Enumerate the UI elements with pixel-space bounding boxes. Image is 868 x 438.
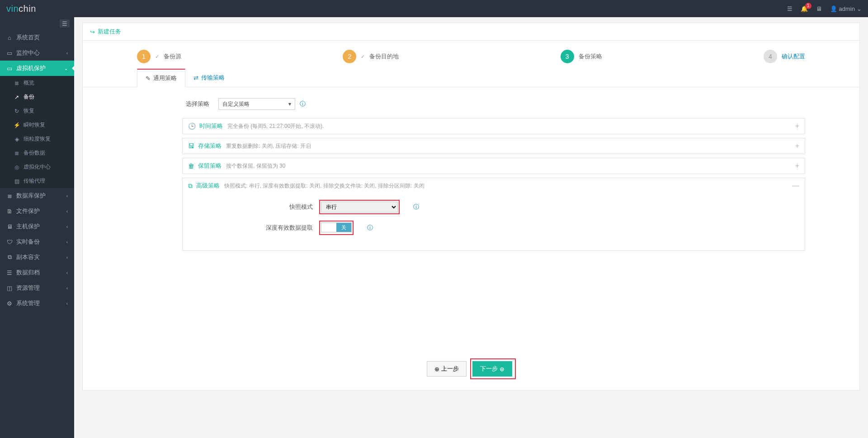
caret-down-icon: ▾ xyxy=(288,101,291,107)
sub-icon: ↻ xyxy=(14,108,20,114)
next-button[interactable]: 下一步⊕ xyxy=(472,361,512,377)
nav-label: 数据归档 xyxy=(16,268,40,277)
step-label: 备份源 xyxy=(164,52,181,61)
nav-icon: ☰ xyxy=(6,269,13,276)
sidebar-subitem-0[interactable]: ≣概览 xyxy=(0,76,74,90)
edit-icon: ✎ xyxy=(146,75,151,82)
chevron-icon: ‹ xyxy=(66,51,68,56)
sidebar-subitem-6[interactable]: ◎虚拟化中心 xyxy=(0,160,74,174)
deep-label: 深度有效数据提取 xyxy=(188,224,319,232)
info-icon[interactable]: ⓘ xyxy=(413,203,419,211)
logo-vin: vin xyxy=(6,4,19,14)
user-icon: 👤 xyxy=(830,5,837,12)
plus-icon: + xyxy=(795,162,799,170)
panel-header: ↪ 新建任务 xyxy=(83,23,859,41)
bell-icon[interactable]: 🔔1 xyxy=(801,5,808,12)
prev-label: 上一步 xyxy=(441,365,459,373)
nav-icon: ▭ xyxy=(6,50,13,57)
sub-icon: ≣ xyxy=(14,150,20,156)
step-label: 备份策略 xyxy=(579,52,602,61)
nav-icon: ◫ xyxy=(6,285,13,292)
monitor-icon[interactable]: 🖥 xyxy=(816,5,822,12)
chevron-icon: ‹ xyxy=(66,270,68,275)
tab-transport[interactable]: ⇄传输策略 xyxy=(185,69,233,87)
user-menu[interactable]: 👤admin⌄ xyxy=(830,5,862,12)
tab-body: 选择策略 自定义策略 ▾ ⓘ 🕒 时间策略 完全备份 (每周5, 21:27:0… xyxy=(83,87,859,259)
minus-icon: — xyxy=(792,182,799,190)
sidebar-item-6[interactable]: 🛡实时备份‹ xyxy=(0,234,74,250)
arrow-left-icon: ⊕ xyxy=(434,366,439,372)
wizard-step-2[interactable]: 2✓备份目的地 xyxy=(343,50,399,63)
nav-label: 主机保护 xyxy=(16,222,40,231)
sub-label: 备份数据 xyxy=(24,149,45,157)
accordion-item-0: 🕒 时间策略 完全备份 (每周5, 21:27:00开始, 不滚动). + xyxy=(182,118,805,134)
snapshot-row: 快照模式 串行 ⓘ xyxy=(188,200,799,214)
forward-icon: ↪ xyxy=(90,28,95,35)
sidebar-item-1[interactable]: ▭监控中心‹ xyxy=(0,45,74,61)
sub-icon: ◎ xyxy=(14,164,20,170)
accordion: 🕒 时间策略 完全备份 (每周5, 21:27:00开始, 不滚动). + 🖫 … xyxy=(182,118,805,251)
wizard-step-3[interactable]: 3备份策略 xyxy=(561,50,602,63)
sidebar-item-7[interactable]: ⧉副本容灾‹ xyxy=(0,250,74,265)
topbar: vinchin ☰ 🔔1 🖥 👤admin⌄ xyxy=(0,0,868,17)
sidebar-item-5[interactable]: 🖥主机保护‹ xyxy=(0,219,74,234)
chevron-icon: ‹ xyxy=(66,255,68,260)
info-icon[interactable]: ⓘ xyxy=(367,224,373,232)
accordion-header[interactable]: ⧉ 高级策略 快照模式: 串行, 深度有效数据提取: 关闭, 排除交换文件块: … xyxy=(183,178,805,193)
logo-chin: chin xyxy=(19,4,36,14)
deep-toggle[interactable]: 关 xyxy=(321,222,352,232)
tab-general[interactable]: ✎通用策略 xyxy=(137,69,185,87)
sidebar-subitem-3[interactable]: ⚡瞬时恢复 xyxy=(0,118,74,132)
footer: ⊕上一步 下一步⊕ xyxy=(83,349,859,390)
check-icon: ✓ xyxy=(155,54,159,60)
sidebar-collapse-button[interactable]: ☰ xyxy=(60,19,70,28)
chevron-icon: ‹ xyxy=(66,240,68,245)
deep-row: 深度有效数据提取 关 ⓘ xyxy=(188,221,799,235)
nav-icon: 🖥 xyxy=(6,223,13,230)
accordion-item-1: 🖫 存储策略 重复数据删除: 关闭, 压缩存储: 开启 + xyxy=(182,138,805,154)
prev-button[interactable]: ⊕上一步 xyxy=(427,361,467,377)
nav-label: 文件保护 xyxy=(16,207,40,215)
chevron-icon: ‹ xyxy=(66,224,68,229)
section-icon: 🕒 xyxy=(188,122,196,130)
sidebar-item-3[interactable]: ≣数据库保护‹ xyxy=(0,188,74,203)
sidebar-subitem-2[interactable]: ↻恢复 xyxy=(0,104,74,118)
accordion-header[interactable]: 🕒 时间策略 完全备份 (每周5, 21:27:00开始, 不滚动). + xyxy=(183,118,805,134)
sidebar-item-10[interactable]: ⚙系统管理‹ xyxy=(0,296,74,311)
sidebar-subitem-7[interactable]: ▤传输代理 xyxy=(0,174,74,188)
page-title: 新建任务 xyxy=(98,28,121,36)
step-number: 4 xyxy=(764,50,777,63)
logo[interactable]: vinchin xyxy=(6,0,36,17)
strategy-value: 自定义策略 xyxy=(222,100,250,108)
section-title: 时间策略 xyxy=(199,122,223,130)
sidebar-item-8[interactable]: ☰数据归档‹ xyxy=(0,265,74,280)
wizard-step-4[interactable]: 4确认配置 xyxy=(764,50,805,63)
snapshot-select[interactable]: 串行 xyxy=(321,202,398,212)
sidebar-item-2[interactable]: ▭虚拟机保护⌄ xyxy=(0,61,74,76)
sidebar-subitem-4[interactable]: ◈细粒度恢复 xyxy=(0,132,74,146)
accordion-header[interactable]: 🖫 存储策略 重复数据删除: 关闭, 压缩存储: 开启 + xyxy=(183,138,805,154)
notif-badge: 1 xyxy=(805,3,811,9)
info-icon[interactable]: ⓘ xyxy=(300,100,306,108)
sidebar-item-0[interactable]: ⌂系统首页 xyxy=(0,30,74,45)
sidebar-item-9[interactable]: ◫资源管理‹ xyxy=(0,280,74,296)
chevron-icon: ‹ xyxy=(66,209,68,214)
plus-icon: + xyxy=(795,142,799,150)
toggle-off: 关 xyxy=(336,223,351,232)
nav-label: 虚拟机保护 xyxy=(16,64,46,72)
sidebar-subitem-1[interactable]: ↗备份 xyxy=(0,90,74,104)
sidebar-subitem-5[interactable]: ≣备份数据 xyxy=(0,146,74,160)
accordion-header[interactable]: 🗑 保留策略 按个数保留, 保留值为 30 + xyxy=(183,158,805,174)
chevron-icon: ‹ xyxy=(66,286,68,291)
wizard-step-1[interactable]: 1✓备份源 xyxy=(137,50,181,63)
list-icon[interactable]: ☰ xyxy=(787,5,793,12)
nav-label: 系统首页 xyxy=(16,33,40,42)
snapshot-highlight: 串行 xyxy=(319,200,400,214)
nav-icon: ⚙ xyxy=(6,300,13,307)
sidebar-item-4[interactable]: 🗎文件保护‹ xyxy=(0,203,74,219)
strategy-label: 选择策略 xyxy=(137,100,218,108)
strategy-select[interactable]: 自定义策略 ▾ xyxy=(218,98,295,110)
sub-icon: ≣ xyxy=(14,80,20,86)
panel: ↪ 新建任务 1✓备份源2✓备份目的地3备份策略4确认配置 ✎通用策略 ⇄传输策… xyxy=(82,23,860,391)
section-icon: ⧉ xyxy=(188,182,193,190)
